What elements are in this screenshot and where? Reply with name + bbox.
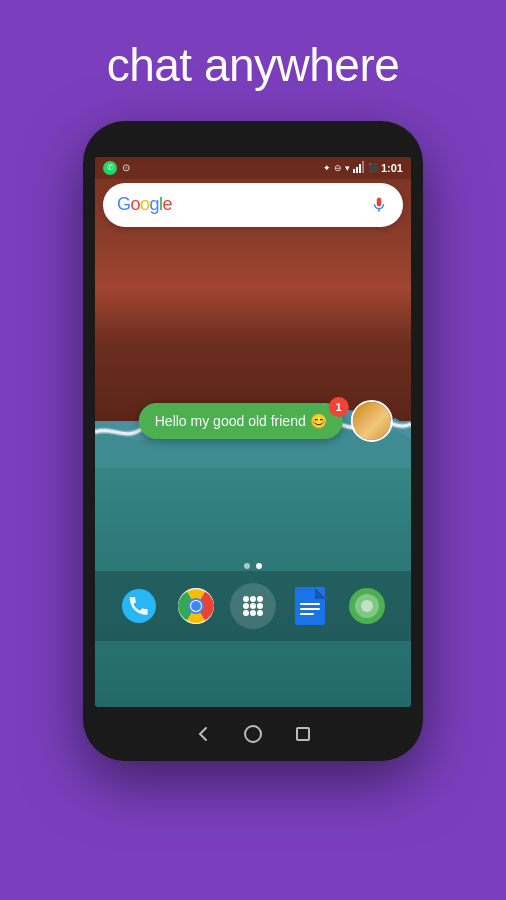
contact-avatar	[351, 400, 393, 442]
svg-point-17	[250, 610, 256, 616]
svg-rect-3	[362, 161, 364, 173]
signal-icon	[353, 161, 365, 175]
message-bubble: Hello my good old friend 😊	[139, 403, 343, 439]
svg-point-28	[361, 600, 373, 612]
all-apps-icon[interactable]	[230, 583, 276, 629]
water-bg	[95, 432, 411, 707]
dnd-icon: ⊖	[334, 163, 342, 173]
svg-point-10	[243, 596, 249, 602]
svg-point-12	[257, 596, 263, 602]
status-left-icons: ✆ ⊙	[103, 161, 130, 175]
notification-bubble[interactable]: Hello my good old friend 😊 1	[139, 400, 393, 442]
status-time: 1:01	[381, 162, 403, 174]
svg-point-29	[245, 726, 261, 742]
google-logo: Google	[117, 194, 172, 215]
phone-nav-bar	[83, 707, 423, 761]
svg-rect-1	[356, 167, 358, 173]
page-dots	[95, 563, 411, 569]
phone-body: ✆ ⊙ ✦ ⊖ ▾ ⬛	[83, 121, 423, 761]
phone-mockup: ✆ ⊙ ✦ ⊖ ▾ ⬛	[83, 121, 423, 761]
battery-icon: ⬛	[368, 163, 378, 172]
phone-screen: ✆ ⊙ ✦ ⊖ ▾ ⬛	[95, 157, 411, 707]
home-button[interactable]	[243, 724, 263, 744]
chrome-app-icon[interactable]	[173, 583, 219, 629]
status-right-icons: ✦ ⊖ ▾ ⬛ 1:01	[323, 161, 403, 175]
whatsapp-icon: ✆	[103, 161, 117, 175]
bluetooth-icon: ✦	[323, 163, 331, 173]
notification-badge: 1	[329, 397, 349, 417]
status-bar: ✆ ⊙ ✦ ⊖ ▾ ⬛	[95, 157, 411, 179]
docs-app-icon[interactable]	[287, 583, 333, 629]
mic-icon[interactable]	[369, 195, 389, 215]
svg-rect-0	[353, 169, 355, 173]
svg-point-9	[191, 601, 201, 611]
headline: chat anywhere	[107, 40, 400, 91]
back-button[interactable]	[193, 724, 213, 744]
svg-rect-2	[359, 164, 361, 173]
dot-1	[244, 563, 250, 569]
google-search-bar[interactable]: Google	[103, 183, 403, 227]
svg-rect-30	[297, 728, 309, 740]
svg-rect-23	[300, 603, 320, 605]
phone-app-icon[interactable]	[116, 583, 162, 629]
svg-point-11	[250, 596, 256, 602]
recent-apps-button[interactable]	[293, 724, 313, 744]
svg-point-14	[250, 603, 256, 609]
svg-point-13	[243, 603, 249, 609]
svg-rect-24	[300, 608, 320, 610]
svg-point-4	[122, 589, 156, 623]
message-text: Hello my good old friend 😊	[155, 413, 327, 429]
android-icon: ⊙	[122, 162, 130, 173]
app-dock	[95, 571, 411, 641]
viber-app-icon[interactable]	[344, 583, 390, 629]
svg-point-16	[243, 610, 249, 616]
svg-point-18	[257, 610, 263, 616]
svg-point-15	[257, 603, 263, 609]
svg-rect-25	[300, 613, 314, 615]
dot-2	[256, 563, 262, 569]
wifi-icon: ▾	[345, 163, 350, 173]
